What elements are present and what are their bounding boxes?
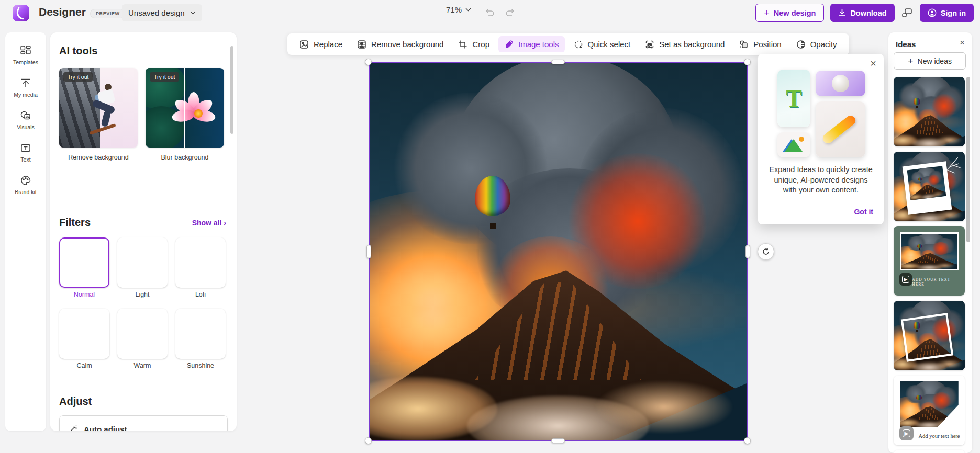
tilted-frame [901,313,953,362]
chevron-down-icon [190,11,196,15]
idea-thumbnail-2[interactable] [894,152,965,221]
resize-handle-right[interactable] [745,245,750,258]
zoom-control[interactable]: 71% [446,5,471,14]
redo-button[interactable] [504,5,517,19]
toolbar-position[interactable]: Position [733,36,787,52]
sidebar-item-templates[interactable]: Templates [5,45,46,65]
show-all-link[interactable]: Show all › [192,219,226,227]
feedback-icon[interactable] [901,7,914,19]
idea-placeholder-text: Add your text here [917,433,960,440]
play-icon: ▶ [899,273,912,286]
quick-select-icon [574,40,583,49]
left-rail: Templates My media Visuals Text Brand ki… [5,32,46,431]
callout-text: Expand Ideas to quickly create unique, A… [766,165,875,196]
undo-button[interactable] [483,5,496,19]
opacity-icon [796,40,806,49]
toolbar-replace[interactable]: Replace [294,36,348,52]
ai-card-label: Remove background [59,154,138,161]
idea-placeholder-text: ADD YOUR TEXT HERE [912,277,962,287]
templates-icon [20,45,31,56]
sidebar-item-visuals[interactable]: Visuals [5,110,46,130]
filter-lofi[interactable]: Lofi [175,237,226,298]
idea-thumbnail-6[interactable] [894,450,965,453]
designer-logo-icon[interactable] [13,5,29,21]
toolbar-image-tools[interactable]: Image tools [498,36,565,52]
image-tile [777,132,810,157]
ideas-panel: Ideas × + New ideas ADD YOUR TEXT HERE ▶… [888,32,972,453]
ideas-title: Ideas [896,40,916,49]
app-title: Designer [39,6,86,18]
idea-thumbnail-3[interactable]: ADD YOUR TEXT HERE ▶ [894,226,965,296]
resize-handle-bottom-left[interactable] [365,437,372,444]
text-icon [20,142,31,154]
undo-icon [484,7,495,17]
download-button[interactable]: Download [830,4,894,22]
got-it-button[interactable]: Got it [854,208,873,216]
auto-adjust-button[interactable]: Auto adjust [59,415,228,431]
canvas[interactable] [369,62,748,441]
sidebar-item-brand-kit[interactable]: Brand kit [5,175,46,195]
magic-wand-icon [68,424,77,431]
cut-corner-photo [900,381,959,427]
resize-handle-bottom-right[interactable] [744,437,751,444]
remove-background-icon [357,40,366,49]
ideas-scrollbar[interactable] [966,77,970,242]
sidebar-item-my-media[interactable]: My media [5,77,46,98]
panel-scrollbar[interactable] [230,46,233,134]
idea-thumbnail-1[interactable] [894,77,965,146]
toolbar-remove-background[interactable]: Remove background [351,36,449,52]
toolbar-opacity[interactable]: Opacity [790,36,843,52]
resize-handle-top-right[interactable] [744,59,751,65]
sphere-tile [816,71,865,96]
image-tools-icon [504,40,514,49]
sidebar-item-text[interactable]: Text [5,142,46,163]
filter-sunshine[interactable]: Sunshine [175,309,226,369]
rotate-handle[interactable] [758,243,774,260]
adjust-heading: Adjust [59,395,92,407]
close-icon[interactable]: × [960,38,965,48]
toolbar-crop[interactable]: Crop [452,36,495,52]
resize-handle-bottom[interactable] [551,438,565,443]
sign-in-button[interactable]: Sign in [920,4,974,22]
palette-icon [20,175,31,186]
image-toolbar: Replace Remove background Crop Image too… [287,33,849,55]
split-divider [184,68,186,148]
tools-panel: AI tools Try it out Try it out Remove ba… [50,32,237,431]
resize-handle-left[interactable] [366,245,371,258]
pencil-tile [816,101,865,157]
toolbar-quick-select[interactable]: Quick select [568,36,637,52]
play-icon: ▶ [899,426,914,440]
volcano-image[interactable] [369,62,748,441]
design-name-dropdown[interactable]: Unsaved design [122,4,202,21]
filter-light[interactable]: Light [117,237,168,298]
replace-icon [299,40,309,49]
rotate-icon [762,247,770,256]
new-ideas-button[interactable]: + New ideas [894,52,966,70]
chevron-down-icon [465,8,471,12]
try-it-out-badge: Try it out [63,72,93,82]
close-icon[interactable]: × [870,58,876,69]
filter-calm[interactable]: Calm [59,309,109,369]
ideas-illustration: T [777,70,865,157]
designer-app: Designer PREVIEW Unsaved design 71% + Ne… [0,0,980,453]
design-name: Unsaved design [128,8,185,17]
remove-background-card[interactable]: Try it out [59,68,138,148]
polaroid-frame [902,161,952,215]
zoom-level: 71% [446,5,462,14]
framed-photo [900,232,959,270]
filter-warm[interactable]: Warm [117,309,168,369]
redo-icon [505,7,516,17]
idea-thumbnail-4[interactable] [894,301,965,370]
set-as-background-icon [645,40,654,49]
filter-normal[interactable]: Normal [59,237,109,298]
resize-handle-top[interactable] [551,60,565,64]
chevron-right-icon: › [224,219,226,227]
ideas-teaching-callout: × T Expand Ideas to quickly create uniqu… [758,54,884,224]
text-tile: T [777,70,810,127]
toolbar-set-as-background[interactable]: Set as background [639,36,730,52]
blur-background-card[interactable]: Try it out [146,68,224,148]
resize-handle-top-left[interactable] [365,59,372,65]
idea-thumbnail-5[interactable]: Add your text here ▶ [894,376,965,445]
download-icon [838,9,846,17]
new-design-button[interactable]: + New design [755,4,824,22]
